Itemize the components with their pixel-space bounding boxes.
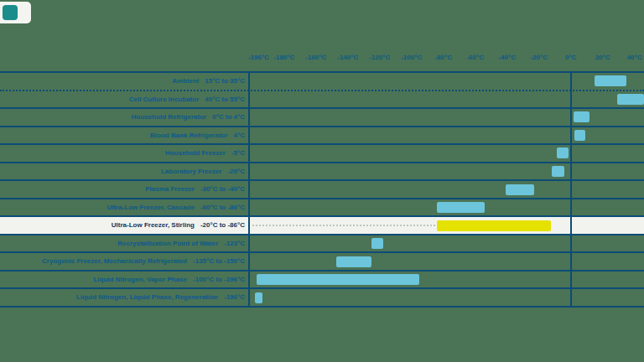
temp-bar xyxy=(552,166,564,177)
row-divider-line xyxy=(0,306,644,308)
temperature-range-text: -100°C to -196°C xyxy=(193,276,245,283)
axis-tick-label: -60°C xyxy=(466,54,484,61)
equipment-name: Recrystallization Point of Water xyxy=(117,240,218,247)
row-divider-line xyxy=(0,107,644,109)
equipment-name: Liquid Nitrogen, Liquid Phase, Regenerat… xyxy=(76,293,218,301)
row-label: Recrystallization Point of Water-123°C xyxy=(0,235,245,253)
temp-bar xyxy=(255,292,262,303)
row-divider-line xyxy=(0,287,644,289)
row-label: Blood Bank Refrigerator4°C xyxy=(0,127,245,145)
temperature-range-text: -60°C to -86°C xyxy=(200,204,245,211)
equipment-name: Laboratory Freezer xyxy=(161,168,221,175)
axis-tick-label: -160°C xyxy=(305,54,326,61)
row-label: Plasma Freezer-30°C to -40°C xyxy=(0,180,245,199)
axis-tick-label: -40°C xyxy=(498,54,516,61)
axis-tick-label: 20°C xyxy=(595,54,610,61)
axis-tick-label: 40°C xyxy=(627,54,642,61)
temp-bar xyxy=(336,256,371,267)
temperature-range-text: -20°C to -86°C xyxy=(200,221,245,229)
row-divider-line xyxy=(0,143,644,145)
temperature-range-text: 15°C to 35°C xyxy=(205,77,245,85)
row-divider-line xyxy=(0,198,644,199)
axis-tick-label: 0°C xyxy=(565,54,576,61)
row-divider-line xyxy=(0,270,644,272)
temp-bar xyxy=(371,238,382,249)
row-divider-line xyxy=(0,126,644,127)
temp-bar xyxy=(506,184,534,195)
logo-mark-icon xyxy=(3,5,18,20)
temperature-range-chart: -196°C-180°C-160°C-140°C-120°C-100°C-80°… xyxy=(0,0,644,362)
row-divider-line xyxy=(0,234,644,235)
axis-tick-label: -100°C xyxy=(401,54,422,61)
plot-left-gridline xyxy=(248,72,250,307)
equipment-name: Plasma Freezer xyxy=(145,185,195,193)
row-label: Household Freezer-5°C xyxy=(0,144,245,163)
temperature-range-text: -30°C to -40°C xyxy=(200,185,245,193)
equipment-name: Ultra-Low Freezer, Stirling xyxy=(112,221,195,229)
temperature-range-text: -135°C to -150°C xyxy=(193,257,245,265)
equipment-name: Blood Bank Refrigerator xyxy=(150,132,227,139)
row-divider-line xyxy=(0,90,644,91)
axis-tick-label: -20°C xyxy=(530,54,548,61)
row-label: Ultra-Low Freezer, Cascade-60°C to -86°C xyxy=(0,199,245,217)
row-divider-line xyxy=(0,215,644,217)
highlight-temp-bar xyxy=(437,220,551,231)
equipment-name: Cryogenic Freezer, Mechanically Refriger… xyxy=(42,257,187,265)
zero-degree-gridline xyxy=(570,72,572,307)
row-label: Cryogenic Freezer, Mechanically Refriger… xyxy=(0,252,245,271)
row-label: Cell Culture Incubator40°C to 55°C xyxy=(0,90,245,109)
temp-bar xyxy=(617,94,644,105)
axis-tick-label: -196°C xyxy=(248,54,269,61)
row-label: Ultra-Low Freezer, Stirling-20°C to -86°… xyxy=(0,216,245,235)
axis-tick-label: -120°C xyxy=(369,54,390,61)
row-divider-line xyxy=(0,179,644,181)
temperature-range-text: 0°C to 4°C xyxy=(212,113,245,121)
row-divider-line xyxy=(0,251,644,253)
temperature-range-text: 40°C to 55°C xyxy=(205,96,245,103)
equipment-name: Household Refrigerator xyxy=(132,113,206,121)
equipment-name: Household Freezer xyxy=(165,149,226,157)
row-label: Liquid Nitrogen, Liquid Phase, Regenerat… xyxy=(0,288,245,307)
temp-bar xyxy=(557,147,568,158)
row-divider-line xyxy=(0,71,644,73)
row-label: Laboratory Freezer-20°C xyxy=(0,163,245,181)
equipment-name: Ambient xyxy=(172,77,199,85)
equipment-name: Liquid Nitrogen, Vapor Phase xyxy=(93,276,187,283)
row-label: Ambient15°C to 35°C xyxy=(0,72,245,90)
temp-bar xyxy=(437,202,485,213)
row-label: Liquid Nitrogen, Vapor Phase-100°C to -1… xyxy=(0,271,245,289)
temp-bar xyxy=(257,274,419,285)
temperature-range-text: -5°C xyxy=(231,149,245,157)
temperature-range-text: 4°C xyxy=(234,132,245,139)
temp-bar xyxy=(574,130,584,141)
row-divider-line xyxy=(0,162,644,163)
temperature-range-text: -20°C xyxy=(227,168,245,175)
temp-bar xyxy=(574,111,589,122)
temp-bar xyxy=(595,75,626,86)
temperature-range-text: -196°C xyxy=(224,293,245,301)
equipment-name: Cell Culture Incubator xyxy=(129,96,200,103)
row-label: Household Refrigerator0°C to 4°C xyxy=(0,108,245,127)
temperature-range-text: -123°C xyxy=(224,240,245,247)
equipment-name: Ultra-Low Freezer, Cascade xyxy=(106,204,194,211)
axis-tick-label: -140°C xyxy=(337,54,358,61)
axis-tick-label: -80°C xyxy=(434,54,452,61)
logo xyxy=(0,2,31,23)
axis-tick-label: -180°C xyxy=(273,54,294,61)
leader-dots xyxy=(252,225,435,226)
